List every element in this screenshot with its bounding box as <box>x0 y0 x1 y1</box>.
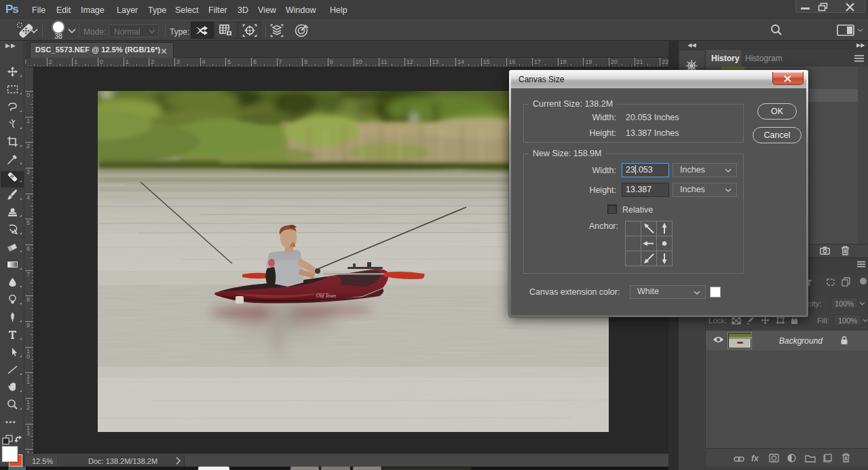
svg-text:Old Town: Old Town <box>316 293 336 299</box>
